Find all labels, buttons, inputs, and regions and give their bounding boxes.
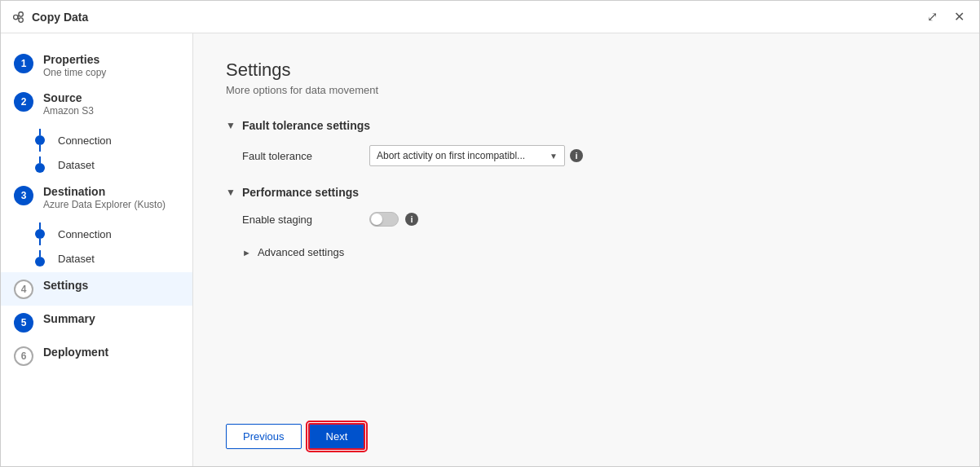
- dest-dataset-label: Dataset: [58, 253, 95, 265]
- enable-staging-label: Enable staging: [242, 214, 356, 226]
- fault-tolerance-row: Fault tolerance Abort activity on first …: [226, 145, 947, 166]
- svg-line-4: [18, 17, 19, 20]
- fault-tolerance-section-title: Fault tolerance settings: [242, 119, 370, 132]
- minimize-button[interactable]: ⤢: [922, 7, 942, 26]
- advanced-settings-chevron-icon: ►: [242, 248, 251, 258]
- sidebar-item-summary[interactable]: 5 Summary: [1, 306, 192, 339]
- dest-dataset-row[interactable]: Dataset: [30, 248, 192, 269]
- toggle-knob: [371, 214, 382, 225]
- sidebar-item-source[interactable]: 2 Source Amazon S3: [1, 85, 192, 123]
- enable-staging-row: Enable staging i: [226, 212, 947, 227]
- fault-tolerance-collapse-icon[interactable]: ▼: [226, 120, 236, 131]
- title-bar-right: ⤢ ✕: [922, 7, 969, 26]
- step-1-sub: One time copy: [43, 67, 106, 78]
- fault-tolerance-section-header: ▼ Fault tolerance settings: [226, 119, 947, 132]
- fault-tolerance-select[interactable]: Abort activity on first incompatibl... ▼: [369, 145, 565, 166]
- source-connection-label: Connection: [58, 134, 112, 147]
- sidebar-item-deployment[interactable]: 6 Deployment: [1, 339, 192, 372]
- fault-tolerance-label: Fault tolerance: [242, 150, 356, 162]
- svg-point-0: [14, 15, 18, 19]
- sidebar-item-destination[interactable]: 3 Destination Azure Data Explorer (Kusto…: [1, 178, 192, 217]
- advanced-settings-row[interactable]: ► Advanced settings: [226, 246, 947, 258]
- svg-line-3: [18, 15, 19, 17]
- close-button[interactable]: ✕: [949, 7, 969, 26]
- fault-tolerance-select-value: Abort activity on first incompatibl...: [377, 150, 545, 161]
- performance-collapse-icon[interactable]: ▼: [226, 187, 236, 198]
- svg-point-2: [19, 17, 23, 21]
- step-circle-1: 1: [14, 54, 33, 73]
- next-button[interactable]: Next: [308, 423, 366, 450]
- step-4-label: Settings: [43, 279, 88, 292]
- window-title: Copy Data: [32, 11, 88, 24]
- panel-subtitle: More options for data movement: [226, 84, 947, 96]
- copy-data-icon: [11, 10, 25, 24]
- step-2-label: Source: [43, 91, 94, 104]
- advanced-settings-label: Advanced settings: [258, 246, 344, 258]
- performance-section-header: ▼ Performance settings: [226, 186, 947, 199]
- enable-staging-toggle-container: i: [369, 212, 418, 227]
- fault-tolerance-select-container: Abort activity on first incompatibl... ▼…: [369, 145, 583, 166]
- enable-staging-toggle[interactable]: [369, 212, 399, 227]
- step-circle-4: 4: [14, 280, 33, 299]
- performance-section-title: Performance settings: [242, 186, 359, 199]
- step-3-sub: Azure Data Explorer (Kusto): [43, 199, 166, 210]
- source-sub-items: Connection Dataset: [1, 126, 192, 175]
- title-bar: Copy Data ⤢ ✕: [1, 1, 979, 33]
- main-content: 1 Properties One time copy 2 Source Amaz…: [1, 33, 979, 466]
- fault-tolerance-dropdown-arrow: ▼: [550, 152, 558, 161]
- fault-tolerance-info-icon[interactable]: i: [570, 149, 583, 162]
- dest-connection-label: Connection: [58, 228, 112, 240]
- source-dataset-row[interactable]: Dataset: [30, 154, 192, 175]
- step-3-label: Destination: [43, 185, 166, 198]
- step-1-label: Properties: [43, 53, 106, 66]
- destination-sub-items: Connection Dataset: [1, 220, 192, 269]
- step-circle-5: 5: [14, 313, 33, 333]
- source-dataset-label: Dataset: [58, 159, 95, 171]
- sidebar-item-settings[interactable]: 4 Settings: [1, 272, 192, 306]
- sidebar-item-properties[interactable]: 1 Properties One time copy: [1, 46, 192, 85]
- svg-point-1: [19, 11, 23, 15]
- step-2-sub: Amazon S3: [43, 105, 94, 117]
- step-circle-3: 3: [14, 186, 33, 205]
- sidebar: 1 Properties One time copy 2 Source Amaz…: [1, 33, 193, 466]
- main-panel: Settings More options for data movement …: [193, 33, 979, 466]
- panel-title: Settings: [226, 59, 947, 81]
- step-5-label: Summary: [43, 312, 95, 325]
- step-6-label: Deployment: [43, 346, 108, 359]
- step-circle-6: 6: [14, 346, 33, 366]
- step-circle-2: 2: [14, 92, 33, 112]
- previous-button[interactable]: Previous: [226, 424, 302, 449]
- enable-staging-info-icon[interactable]: i: [405, 213, 418, 226]
- copy-data-window: Copy Data ⤢ ✕ 1 Properties One time copy…: [0, 0, 980, 467]
- title-bar-left: Copy Data: [11, 10, 88, 24]
- source-connection-row[interactable]: Connection: [30, 126, 192, 154]
- panel-footer: Previous Next: [226, 410, 947, 450]
- dest-connection-row[interactable]: Connection: [30, 220, 192, 248]
